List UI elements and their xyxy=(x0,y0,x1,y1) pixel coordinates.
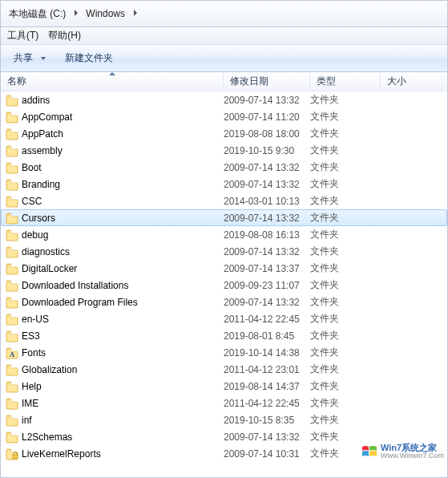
item-type: 文件夹 xyxy=(310,177,381,191)
table-row[interactable]: L2Schemas2009-07-14 13:32文件夹 xyxy=(1,428,447,445)
item-name: Globalization xyxy=(22,364,77,375)
table-row[interactable]: Help2019-08-14 14:37文件夹 xyxy=(1,378,447,395)
folder-icon xyxy=(6,296,18,309)
item-name: LiveKernelReports xyxy=(22,448,101,460)
table-row[interactable]: Boot2009-07-14 13:32文件夹 xyxy=(1,159,447,176)
folder-icon xyxy=(6,161,18,174)
item-date: 2014-03-01 10:13 xyxy=(224,196,310,207)
table-row[interactable]: Downloaded Program Files2009-07-14 13:32… xyxy=(1,294,447,310)
item-name: Cursors xyxy=(22,213,55,224)
item-date: 2019-10-14 14:38 xyxy=(224,347,310,358)
item-date: 2009-07-14 13:32 xyxy=(224,297,310,308)
item-name: Help xyxy=(22,381,42,392)
item-name: AppPatch xyxy=(22,128,63,140)
item-type: 文件夹 xyxy=(310,228,381,241)
chevron-right-icon[interactable] xyxy=(131,8,139,19)
item-type: 文件夹 xyxy=(310,413,381,427)
file-list[interactable]: addins2009-07-14 13:32文件夹AppCompat2009-0… xyxy=(1,91,447,477)
item-type: 文件夹 xyxy=(310,430,381,444)
item-name: Downloaded Installations xyxy=(22,280,128,291)
item-name: ES3 xyxy=(22,330,40,342)
table-row[interactable]: LiveKernelReports2009-07-14 10:31文件夹 xyxy=(1,445,447,462)
item-date: 2019-08-01 8:45 xyxy=(224,330,310,342)
column-name[interactable]: 名称 xyxy=(1,72,224,91)
item-date: 2009-07-14 13:32 xyxy=(224,179,310,190)
item-date: 2009-07-14 13:32 xyxy=(224,431,310,443)
table-row[interactable]: AppCompat2009-07-14 11:20文件夹 xyxy=(1,108,447,125)
folder-icon xyxy=(6,111,18,124)
item-name: AppCompat xyxy=(22,111,72,123)
item-type: 文件夹 xyxy=(310,396,381,410)
item-date: 2009-09-23 11:07 xyxy=(224,280,310,291)
item-type: 文件夹 xyxy=(310,194,381,208)
item-name: debug xyxy=(22,229,48,241)
folder-icon xyxy=(6,128,18,140)
folder-icon xyxy=(6,144,18,157)
table-row[interactable]: Fonts2019-10-14 14:38文件夹 xyxy=(1,344,447,361)
folder-icon xyxy=(6,178,18,191)
table-row[interactable]: Downloaded Installations2009-09-23 11:07… xyxy=(1,277,447,294)
item-name: Boot xyxy=(22,162,42,173)
table-row[interactable]: diagnostics2009-07-14 13:32文件夹 xyxy=(1,243,447,260)
table-row[interactable]: AppPatch2019-08-08 18:00文件夹 xyxy=(1,125,447,142)
item-type: 文件夹 xyxy=(310,447,381,460)
column-date[interactable]: 修改日期 xyxy=(224,72,310,91)
item-date: 2019-10-15 9:30 xyxy=(224,145,310,156)
folder-icon xyxy=(6,262,18,275)
item-date: 2019-08-08 18:00 xyxy=(224,128,310,140)
item-type: 文件夹 xyxy=(310,110,381,124)
item-name: assembly xyxy=(22,145,63,156)
column-type[interactable]: 类型 xyxy=(310,72,381,91)
fontfolder-icon xyxy=(6,346,18,359)
table-row[interactable]: inf2019-10-15 8:35文件夹 xyxy=(1,411,447,428)
folder-icon xyxy=(6,245,18,258)
table-row[interactable]: IME2011-04-12 22:45文件夹 xyxy=(1,395,447,411)
folder-icon xyxy=(6,431,18,444)
folder-icon xyxy=(6,414,18,427)
chevron-right-icon[interactable] xyxy=(72,8,79,19)
command-bar: 共享 新建文件夹 xyxy=(1,45,447,72)
item-type: 文件夹 xyxy=(310,278,381,292)
table-row[interactable]: CSC2014-03-01 10:13文件夹 xyxy=(1,192,447,209)
item-date: 2019-08-14 14:37 xyxy=(224,381,310,392)
table-row[interactable]: Branding2009-07-14 13:32文件夹 xyxy=(1,176,447,192)
table-row[interactable]: ES32019-08-01 8:45文件夹 xyxy=(1,327,447,344)
item-date: 2009-07-14 13:32 xyxy=(224,246,310,257)
item-date: 2011-04-12 23:01 xyxy=(224,364,310,375)
column-size[interactable]: 大小 xyxy=(381,72,447,91)
item-name: addins xyxy=(22,95,50,106)
new-folder-button[interactable]: 新建文件夹 xyxy=(60,48,118,68)
menu-help[interactable]: 帮助(H) xyxy=(48,29,81,43)
folder-icon xyxy=(6,229,18,241)
item-date: 2011-04-12 22:45 xyxy=(224,314,310,325)
table-row[interactable]: DigitalLocker2009-07-14 13:37文件夹 xyxy=(1,260,447,277)
table-row[interactable]: Globalization2011-04-12 23:01文件夹 xyxy=(1,361,447,378)
breadcrumb-root[interactable]: 本地磁盘 (C:) xyxy=(2,2,72,26)
table-row[interactable]: assembly2019-10-15 9:30文件夹 xyxy=(1,142,447,159)
item-type: 文件夹 xyxy=(310,261,381,275)
item-type: 文件夹 xyxy=(310,363,381,376)
item-name: L2Schemas xyxy=(22,431,72,443)
item-date: 2009-07-14 13:32 xyxy=(224,162,310,173)
item-type: 文件夹 xyxy=(310,211,381,225)
item-type: 文件夹 xyxy=(310,379,381,393)
breadcrumb-folder[interactable]: Windows xyxy=(79,3,131,24)
item-type: 文件夹 xyxy=(310,144,381,157)
item-type: 文件夹 xyxy=(310,245,381,258)
item-name: DigitalLocker xyxy=(22,263,77,274)
share-button[interactable]: 共享 xyxy=(9,48,50,68)
item-type: 文件夹 xyxy=(310,93,381,107)
item-name: en-US xyxy=(22,314,49,325)
folder-icon xyxy=(6,94,18,107)
menu-tools[interactable]: 工具(T) xyxy=(7,29,38,43)
item-date: 2009-07-14 10:31 xyxy=(224,448,310,460)
breadcrumb-bar[interactable]: 本地磁盘 (C:) Windows xyxy=(1,1,447,27)
table-row[interactable]: debug2019-08-08 16:13文件夹 xyxy=(1,226,447,243)
table-row[interactable]: Cursors2009-07-14 13:32文件夹 xyxy=(1,209,447,226)
table-row[interactable]: addins2009-07-14 13:32文件夹 xyxy=(1,91,447,108)
column-headers: 名称 修改日期 类型 大小 xyxy=(1,72,447,91)
table-row[interactable]: en-US2011-04-12 22:45文件夹 xyxy=(1,310,447,327)
folder-icon xyxy=(6,212,18,225)
folder-icon xyxy=(6,279,18,292)
item-date: 2009-07-14 13:32 xyxy=(224,213,310,224)
